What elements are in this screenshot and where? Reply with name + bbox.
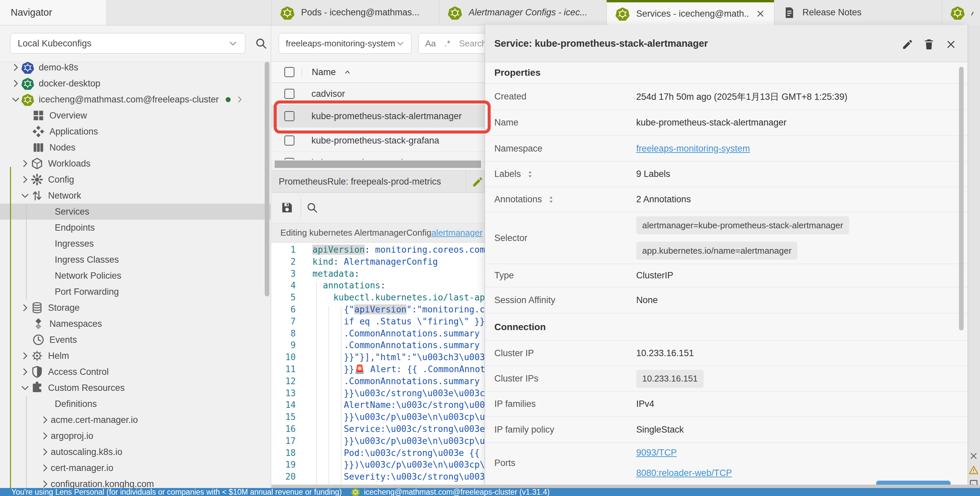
- tab-3[interactable]: Release Notes: [774, 0, 942, 25]
- chevron-right-icon[interactable]: [235, 95, 244, 104]
- editor-search-icon[interactable]: [306, 202, 318, 214]
- sidebar-item-services[interactable]: Services: [0, 203, 271, 219]
- tab-bar-spacer: [106, 0, 271, 25]
- chevron-right-icon[interactable]: [40, 463, 51, 473]
- sidebar-item-custom-resources[interactable]: Custom Resources: [0, 380, 271, 396]
- edit-pencil-icon[interactable]: [472, 176, 484, 188]
- sidebar-item-acme-cert-manager-io[interactable]: acme.cert-manager.io: [0, 412, 271, 428]
- row-checkbox[interactable]: [285, 89, 294, 99]
- sidebar-item-events[interactable]: Events: [0, 332, 271, 348]
- close-icon[interactable]: [945, 38, 957, 51]
- sidebar-item-port-forwarding[interactable]: Port Forwarding: [0, 284, 271, 300]
- kubeconfig-select[interactable]: Local Kubeconfigs: [10, 33, 245, 54]
- editing-resource-link[interactable]: alertmanager: [431, 227, 482, 238]
- tab-label: Release Notes: [802, 7, 933, 18]
- chevron-right-icon[interactable]: [19, 303, 31, 313]
- line-number: 3: [271, 268, 296, 280]
- dock-tab-prometheusrule[interactable]: PrometheusRule: freepeals-prod-metrics: [279, 176, 441, 187]
- close-icon[interactable]: [756, 9, 765, 19]
- column-header-name[interactable]: Name: [312, 67, 336, 78]
- sidebar-item-config[interactable]: Config: [0, 172, 271, 188]
- namespace-select[interactable]: freeleaps-monitoring-system: [279, 33, 412, 54]
- header-divider: [302, 66, 302, 78]
- tab-4[interactable]: Al: [942, 0, 980, 25]
- tab-0[interactable]: Pods - icecheng@mathmas...: [271, 0, 439, 25]
- code-line: kubectl.kubernetes.io/last-appli: [312, 292, 485, 304]
- sidebar-item-ingresses[interactable]: Ingresses: [0, 236, 271, 252]
- edit-pencil-icon[interactable]: [902, 38, 913, 51]
- save-icon[interactable]: [281, 201, 293, 214]
- sidebar-item-label: demo-k8s: [39, 62, 78, 73]
- sidebar-item-configuration-konghq-com[interactable]: configuration.konghq.com: [0, 476, 271, 488]
- search-placeholder: Search: [459, 38, 485, 49]
- sidebar-item-access-control[interactable]: Access Control: [0, 364, 271, 380]
- chevron-right-icon[interactable]: [10, 78, 21, 89]
- table-row-cadvisor[interactable]: cadvisor: [271, 83, 485, 105]
- drawer-scrollbar[interactable]: [959, 67, 964, 331]
- warning-icon[interactable]: [969, 465, 978, 475]
- sidebar-item-demo-k8s[interactable]: demo-k8s: [0, 59, 271, 75]
- table-row-kube-prometheus-stack-grafana[interactable]: kube-prometheus-stack-grafana: [271, 129, 485, 152]
- sidebar-item-cert-manager-io[interactable]: cert-manager.io: [0, 460, 271, 476]
- chevron-right-icon[interactable]: [10, 62, 21, 72]
- select-all-checkbox[interactable]: [285, 67, 294, 77]
- chevron-right-icon[interactable]: [19, 351, 31, 361]
- line-number: 19: [271, 459, 296, 471]
- chevron-down-icon[interactable]: [10, 94, 21, 105]
- expand-toggle-icon[interactable]: [547, 195, 555, 204]
- sidebar-item-argoproj-io[interactable]: argoproj.io: [0, 428, 271, 444]
- sidebar-item-workloads[interactable]: Workloads: [0, 156, 271, 172]
- chevron-right-icon[interactable]: [19, 159, 31, 169]
- chevron-right-icon[interactable]: [40, 479, 51, 488]
- regex-icon[interactable]: .*: [445, 38, 450, 49]
- tab-2[interactable]: Services - icecheng@math...: [606, 0, 774, 25]
- document-icon: [783, 6, 796, 19]
- table-hscrollbar[interactable]: [275, 161, 481, 168]
- close-icon[interactable]: [969, 451, 978, 461]
- drawer-header: Service: kube-prometheus-stack-alertmana…: [485, 25, 967, 62]
- sidebar-item-namespaces[interactable]: Namespaces: [0, 316, 271, 332]
- code-token: }}: [344, 364, 354, 374]
- tab-1[interactable]: Alertmanager Configs - icec...: [439, 0, 606, 25]
- sidebar-item-storage[interactable]: Storage: [0, 300, 271, 316]
- table-search-input[interactable]: Aa .* Search: [418, 33, 485, 54]
- code-token: }}\u003c/p\u003e\n\u003cp\u003: [344, 436, 485, 446]
- port-link[interactable]: 9093/TCP: [636, 448, 677, 458]
- chevron-right-icon[interactable]: [40, 415, 51, 425]
- row-label: Labels: [494, 169, 636, 179]
- sidebar-item-docker-desktop[interactable]: docker-desktop: [0, 75, 271, 91]
- chevron-down-icon[interactable]: [19, 383, 31, 393]
- sidebar-item-applications[interactable]: Applications: [0, 124, 271, 140]
- chevron-down-icon[interactable]: [19, 191, 31, 200]
- code-token: :: [354, 269, 360, 279]
- sidebar-item-definitions[interactable]: Definitions: [0, 396, 271, 412]
- sidebar-item-network[interactable]: Network: [0, 188, 271, 203]
- delete-trash-icon[interactable]: [923, 38, 935, 51]
- sidebar-item-nodes[interactable]: Nodes: [0, 140, 271, 156]
- row-checkbox[interactable]: [285, 135, 294, 146]
- table-row-kube-prometheus-stack-alertmanager[interactable]: kube-prometheus-stack-alertmanager: [271, 105, 485, 127]
- namespace-link[interactable]: freeleaps-monitoring-system: [636, 143, 750, 154]
- sidebar-item-helm[interactable]: Helm: [0, 348, 271, 364]
- sidebar-item-autoscaling-k8s-io[interactable]: autoscaling.k8s.io: [0, 444, 271, 460]
- chevron-right-icon[interactable]: [40, 431, 51, 441]
- sidebar-item-overview[interactable]: Overview: [0, 108, 271, 124]
- yaml-editor[interactable]: 123456789101112131415161718192021 apiVer…: [271, 243, 485, 488]
- port-link[interactable]: 8080:reloader-web/TCP: [636, 468, 732, 478]
- search-icon[interactable]: [255, 37, 267, 50]
- sidebar-item-label: Overview: [49, 110, 87, 121]
- sidebar-item-network-policies[interactable]: Network Policies: [0, 268, 271, 284]
- sidebar-item-icecheng-mathmast-com-freeleaps-cluster[interactable]: icecheng@mathmast.com@freeleaps-cluster: [0, 91, 271, 108]
- sort-ascending-icon[interactable]: [343, 68, 352, 76]
- expand-toggle-icon[interactable]: [526, 170, 535, 178]
- editor-hscrollbar[interactable]: [271, 485, 980, 488]
- row-checkbox[interactable]: [285, 111, 294, 121]
- cluster-tree-guide: [10, 167, 11, 488]
- chevron-right-icon[interactable]: [19, 367, 31, 377]
- match-case-icon[interactable]: Aa: [425, 38, 436, 49]
- chevron-right-icon[interactable]: [19, 175, 31, 184]
- sidebar-scrollbar[interactable]: [265, 62, 269, 296]
- sidebar-item-ingress-classes[interactable]: Ingress Classes: [0, 252, 271, 268]
- sidebar-item-endpoints[interactable]: Endpoints: [0, 219, 271, 236]
- chevron-right-icon[interactable]: [40, 447, 51, 457]
